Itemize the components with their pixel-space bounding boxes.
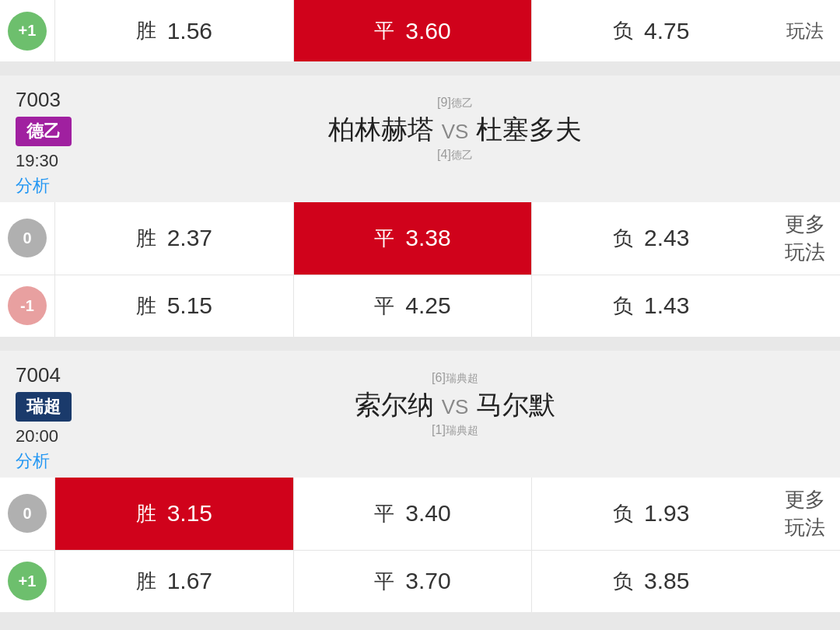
match-7004-teams: [6]瑞典超 索尔纳 VS 马尔默 [1]瑞典超 [156, 363, 754, 446]
match-7004-row-0: 0 胜 3.15 平 3.40 负 1.93 更多玩法 [0, 478, 840, 550]
win-value: 3.15 [167, 500, 212, 527]
more-ways-7003-1-spacer [770, 275, 840, 337]
more-ways-7004-1-spacer [770, 551, 840, 612]
draw-label: 平 [374, 500, 394, 527]
win-label: 胜 [136, 568, 156, 595]
win-label: 胜 [136, 292, 156, 320]
draw-label: 平 [374, 568, 394, 595]
lose-value: 1.43 [644, 292, 689, 319]
win-label: 胜 [136, 500, 156, 527]
lose-label: 负 [613, 225, 633, 252]
odds-cells-7003-1: 胜 5.15 平 4.25 负 1.43 [54, 275, 770, 337]
match-7003-league-badge[interactable]: 德乙 [16, 117, 72, 146]
away-rank-label: [4]德乙 [328, 148, 582, 163]
top-partial-section: +1 胜 1.56 平 3.60 负 4.75 玩法 [0, 0, 840, 61]
draw-label: 平 [374, 17, 394, 44]
handicap-0-circle[interactable]: 0 [8, 219, 47, 257]
match-7003-teams-inner: [9]德乙 柏林赫塔 VS 杜塞多夫 [4]德乙 [328, 96, 582, 163]
lose-cell[interactable]: 负 4.75 [531, 0, 770, 61]
win-cell-7003-1[interactable]: 胜 5.15 [54, 275, 293, 337]
draw-value: 3.70 [405, 568, 450, 594]
teams-vs-line: 柏林赫塔 VS 杜塞多夫 [328, 112, 582, 148]
handicap-0-7004-badge: 0 [0, 478, 54, 550]
match-7003-teams: [9]德乙 柏林赫塔 VS 杜塞多夫 [4]德乙 [156, 88, 754, 170]
win-value: 1.67 [167, 568, 212, 594]
match-7004-body: 0 胜 3.15 平 3.40 负 1.93 更多玩法 + [0, 478, 840, 612]
more-ways-col[interactable]: 玩法 [770, 10, 840, 52]
draw-cell-7004-0[interactable]: 平 3.40 [293, 478, 532, 550]
teams-vs-line-7004: 索尔纳 VS 马尔默 [355, 387, 555, 423]
win-label: 胜 [136, 17, 156, 44]
match-7004-row-1: +1 胜 1.67 平 3.70 负 3.85 [0, 550, 840, 612]
bet-row: +1 胜 1.56 平 3.60 负 4.75 玩法 [0, 0, 840, 61]
lose-cell-7003-0[interactable]: 负 2.43 [531, 202, 770, 275]
match-7003-row-0: 0 胜 2.37 平 3.38 负 2.43 更多玩法 [0, 202, 840, 275]
more-ways-7004[interactable]: 更多玩法 [770, 478, 840, 550]
lose-value: 4.75 [644, 18, 689, 44]
draw-value: 3.38 [405, 225, 450, 251]
odds-cells-7003-0: 胜 2.37 平 3.38 负 2.43 [54, 202, 770, 275]
match-7003-time: 19:30 [16, 151, 156, 171]
draw-cell-highlighted[interactable]: 平 3.60 [293, 0, 532, 61]
win-value: 1.56 [167, 18, 212, 44]
odds-cells-7004-1: 胜 1.67 平 3.70 负 3.85 [54, 551, 770, 612]
draw-value: 3.60 [405, 18, 450, 44]
draw-value: 4.25 [405, 292, 450, 319]
handicap-badge: +1 [0, 12, 54, 51]
match-7004-analyze[interactable]: 分析 [16, 450, 156, 473]
draw-cell-7004-1[interactable]: 平 3.70 [293, 551, 532, 612]
match-7004-time: 20:00 [16, 426, 156, 446]
match-7003-id: 7003 [16, 88, 156, 112]
match-7003-info: 7003 德乙 19:30 分析 [16, 88, 156, 198]
match-7004-league-badge[interactable]: 瑞超 [16, 392, 72, 422]
more-ways-7003[interactable]: 更多玩法 [770, 202, 840, 275]
odds-cells-7004-0: 胜 3.15 平 3.40 负 1.93 [54, 478, 770, 550]
match-7003-row-1: -1 胜 5.15 平 4.25 负 1.43 [0, 275, 840, 337]
win-cell-7004-1[interactable]: 胜 1.67 [54, 551, 293, 612]
handicap-0-badge: 0 [0, 202, 54, 275]
home-rank-label: [9]德乙 [328, 96, 582, 110]
match-7004-section: 7004 瑞超 20:00 分析 [6]瑞典超 索尔纳 VS 马尔默 [1]瑞典… [0, 351, 840, 612]
lose-cell-7004-0[interactable]: 负 1.93 [531, 478, 770, 550]
away-rank-7004: [1]瑞典超 [355, 423, 555, 438]
win-label: 胜 [136, 225, 156, 252]
match-7003-body: 0 胜 2.37 平 3.38 负 2.43 更多玩法 - [0, 202, 840, 337]
lose-cell-7004-1[interactable]: 负 3.85 [531, 551, 770, 612]
draw-value: 3.40 [405, 500, 450, 527]
odds-cells: 胜 1.56 平 3.60 负 4.75 [54, 0, 770, 61]
draw-label: 平 [374, 292, 394, 320]
home-rank-7004: [6]瑞典超 [355, 371, 555, 386]
lose-value: 3.85 [644, 568, 689, 594]
handicap-0-7004-circle[interactable]: 0 [8, 494, 47, 533]
handicap-circle[interactable]: +1 [8, 12, 47, 51]
win-cell-7004-0-highlighted[interactable]: 胜 3.15 [54, 478, 293, 550]
lose-value: 2.43 [644, 225, 689, 251]
handicap-m1-badge: -1 [0, 275, 54, 337]
win-value: 2.37 [167, 225, 212, 251]
draw-cell-7003-0-highlighted[interactable]: 平 3.38 [293, 202, 532, 275]
match-7004-info: 7004 瑞超 20:00 分析 [16, 363, 156, 473]
match-7004-id: 7004 [16, 363, 156, 387]
handicap-p1-7004-circle[interactable]: +1 [8, 562, 47, 600]
handicap-m1-circle[interactable]: -1 [8, 286, 47, 325]
lose-label: 负 [613, 500, 633, 527]
lose-label: 负 [613, 292, 633, 320]
win-cell-7003-0[interactable]: 胜 2.37 [54, 202, 293, 275]
draw-cell-7003-1[interactable]: 平 4.25 [293, 275, 532, 337]
lose-cell-7003-1[interactable]: 负 1.43 [531, 275, 770, 337]
match-7003-section: 7003 德乙 19:30 分析 [9]德乙 柏林赫塔 VS 杜塞多夫 [4]德… [0, 75, 840, 337]
lose-value: 1.93 [644, 500, 689, 527]
match-7004-teams-inner: [6]瑞典超 索尔纳 VS 马尔默 [1]瑞典超 [355, 371, 555, 438]
win-cell[interactable]: 胜 1.56 [54, 0, 293, 61]
lose-label: 负 [613, 17, 633, 44]
handicap-p1-7004-badge: +1 [0, 551, 54, 612]
lose-label: 负 [613, 568, 633, 595]
draw-label: 平 [374, 225, 394, 252]
match-7003-analyze[interactable]: 分析 [16, 174, 156, 198]
win-value: 5.15 [167, 292, 212, 319]
